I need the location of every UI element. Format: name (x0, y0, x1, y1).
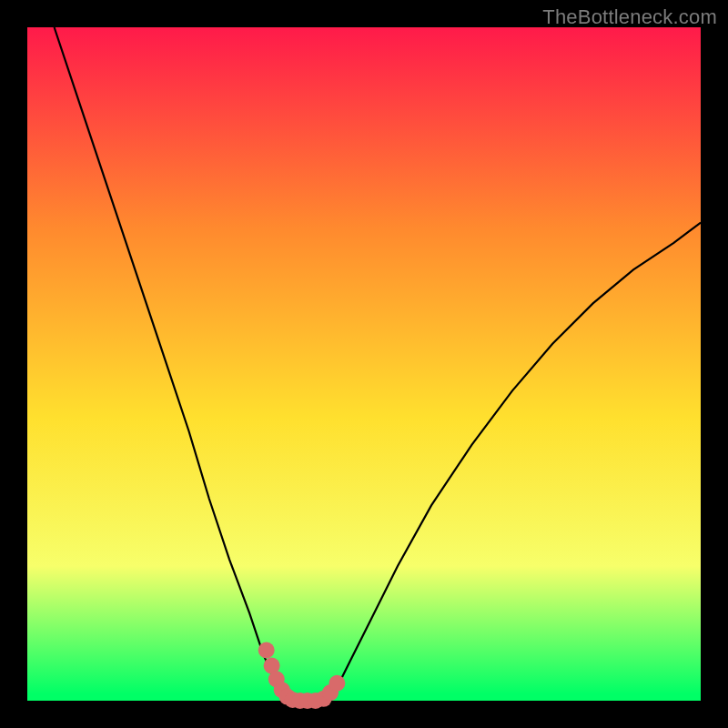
bottleneck-left-curve (55, 27, 290, 700)
chart-frame: TheBottleneck.com (0, 0, 728, 728)
highlight-dots-group (258, 642, 346, 710)
curve-layer (27, 27, 701, 701)
highlight-dot (329, 675, 345, 692)
highlight-dot (258, 642, 275, 659)
bottleneck-right-curve (324, 223, 701, 700)
watermark-text: TheBottleneck.com (542, 5, 717, 29)
